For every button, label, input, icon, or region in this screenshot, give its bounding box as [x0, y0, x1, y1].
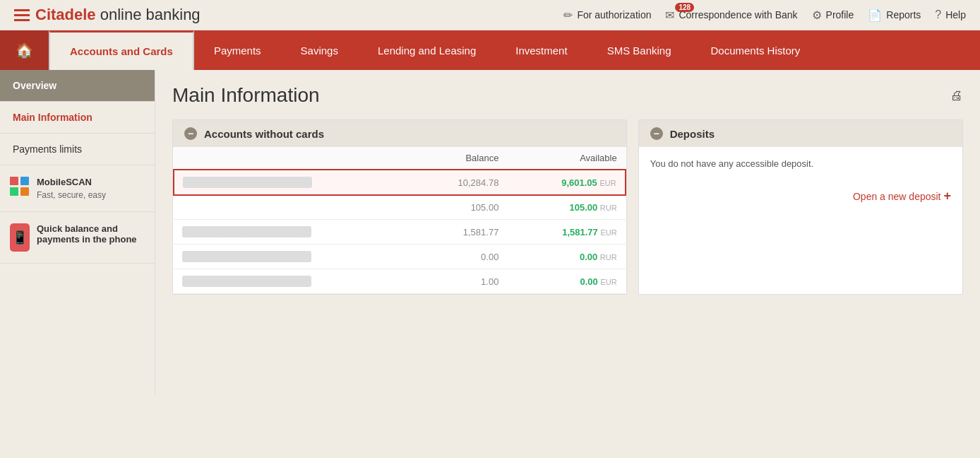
correspondence-badge: 128	[675, 3, 694, 12]
logo: Citadele online banking	[35, 6, 201, 24]
nav-payments[interactable]: Payments	[194, 30, 281, 70]
authorization-nav-item[interactable]: ✏ For authorization	[563, 8, 651, 22]
help-icon: ?	[935, 8, 941, 21]
sidebar-quick-balance-promo: 📱 Quick balance and payments in the phon…	[0, 212, 155, 264]
col-account	[174, 147, 413, 170]
account-number	[174, 195, 413, 220]
nav-home-button[interactable]: 🏠	[0, 30, 49, 70]
accounts-panel: − Accounts without cards Balance Availab…	[172, 119, 627, 295]
print-icon[interactable]: 🖨	[950, 88, 963, 103]
sidebar-item-payments-limits[interactable]: Payments limits	[0, 134, 155, 165]
help-label: Help	[945, 9, 966, 20]
brand-suffix: online banking	[96, 6, 201, 23]
deposits-empty-message: You do not have any accessible deposit.	[639, 147, 962, 180]
pencil-icon: ✏	[563, 8, 573, 22]
col-balance: Balance	[413, 147, 508, 170]
account-balance: 1,581.77	[413, 220, 508, 245]
account-number: ██████████ ████████████	[174, 245, 413, 269]
table-row[interactable]: ██████████ ████████████0.000.00 RUR	[174, 245, 626, 269]
deposits-panel-header: − Deposits	[639, 120, 962, 147]
deposits-panel: − Deposits You do not have any accessibl…	[638, 119, 963, 295]
accounts-collapse-icon[interactable]: −	[184, 127, 197, 140]
table-row[interactable]: ██████████ ████████████1,581.771,581.77 …	[174, 220, 626, 245]
sidebar: Overview Main Information Payments limit…	[0, 70, 155, 395]
nav-accounts-cards[interactable]: Accounts and Cards	[49, 30, 194, 70]
sidebar-mobile-scan-promo: MobileSCAN Fast, secure, easy	[0, 165, 155, 212]
panels-row: − Accounts without cards Balance Availab…	[172, 119, 963, 295]
account-available: 105.00 RUR	[507, 195, 625, 220]
main-title-row: Main Information 🖨	[172, 84, 963, 107]
document-icon: 📄	[868, 8, 882, 22]
sidebar-item-main-information[interactable]: Main Information	[0, 102, 155, 134]
col-available: Available	[507, 147, 625, 170]
mobile-scan-subtitle: Fast, secure, easy	[37, 190, 106, 200]
reports-label: Reports	[886, 9, 921, 20]
authorization-label: For authorization	[577, 9, 651, 20]
mobile-scan-grid-icon	[10, 177, 30, 196]
account-available: 9,601.05 EUR	[507, 170, 625, 195]
quick-balance-title: Quick balance and payments in the phone	[37, 223, 145, 245]
nav-bar: 🏠 Accounts and Cards Payments Savings Le…	[0, 30, 980, 70]
table-row[interactable]: ██████████ ████████████10,284.789,601.05…	[174, 170, 626, 195]
account-balance: 10,284.78	[413, 170, 508, 195]
mobile-scan-title: MobileSCAN	[37, 177, 106, 187]
content-area: Overview Main Information Payments limit…	[0, 70, 980, 395]
account-number: ██████████ ████████████	[174, 269, 413, 294]
hamburger-icon[interactable]	[14, 9, 30, 21]
profile-nav-item[interactable]: ⚙ Profile	[812, 8, 854, 22]
nav-investment[interactable]: Investment	[496, 30, 587, 70]
profile-label: Profile	[826, 9, 854, 20]
open-new-deposit-link[interactable]: Open a new deposit +	[639, 180, 962, 212]
account-balance: 0.00	[413, 245, 508, 269]
plus-icon: +	[943, 189, 951, 204]
accounts-panel-header: − Accounts without cards	[173, 120, 626, 147]
accounts-header-label: Accounts without cards	[204, 128, 324, 140]
top-bar: Citadele online banking ✏ For authorizat…	[0, 0, 980, 30]
deposits-collapse-icon[interactable]: −	[650, 127, 663, 140]
page-title: Main Information	[172, 84, 320, 107]
account-available: 0.00 EUR	[507, 269, 625, 294]
account-available: 1,581.77 EUR	[507, 220, 625, 245]
top-nav: ✏ For authorization ✉ 128 Correspondence…	[563, 8, 966, 22]
deposits-header-label: Deposits	[670, 128, 715, 140]
correspondence-label: Correspondence with Bank	[679, 9, 797, 20]
reports-nav-item[interactable]: 📄 Reports	[868, 8, 921, 22]
account-number: ██████████ ████████████	[174, 170, 413, 195]
sidebar-section-overview: Overview	[0, 70, 155, 102]
logo-area: Citadele online banking	[14, 6, 201, 24]
table-row[interactable]: ██████████ ████████████1.000.00 EUR	[174, 269, 626, 294]
nav-lending-leasing[interactable]: Lending and Leasing	[358, 30, 496, 70]
nav-documents-history[interactable]: Documents History	[691, 30, 820, 70]
correspondence-nav-item[interactable]: ✉ 128 Correspondence with Bank	[665, 8, 797, 22]
phone-icon: 📱	[10, 223, 30, 252]
account-balance: 1.00	[413, 269, 508, 294]
nav-savings[interactable]: Savings	[281, 30, 358, 70]
account-balance: 105.00	[413, 195, 508, 220]
table-row[interactable]: 105.00105.00 RUR	[174, 195, 626, 220]
main-content: Main Information 🖨 − Accounts without ca…	[155, 70, 980, 395]
accounts-table: Balance Available ██████████ ███████████…	[173, 147, 626, 294]
nav-sms-banking[interactable]: SMS Banking	[587, 30, 691, 70]
account-available: 0.00 RUR	[507, 245, 625, 269]
mail-icon: ✉	[665, 8, 674, 22]
help-nav-item[interactable]: ? Help	[935, 8, 966, 21]
brand-name: Citadele	[35, 6, 96, 23]
gear-icon: ⚙	[812, 8, 822, 22]
account-number: ██████████ ████████████	[174, 220, 413, 245]
